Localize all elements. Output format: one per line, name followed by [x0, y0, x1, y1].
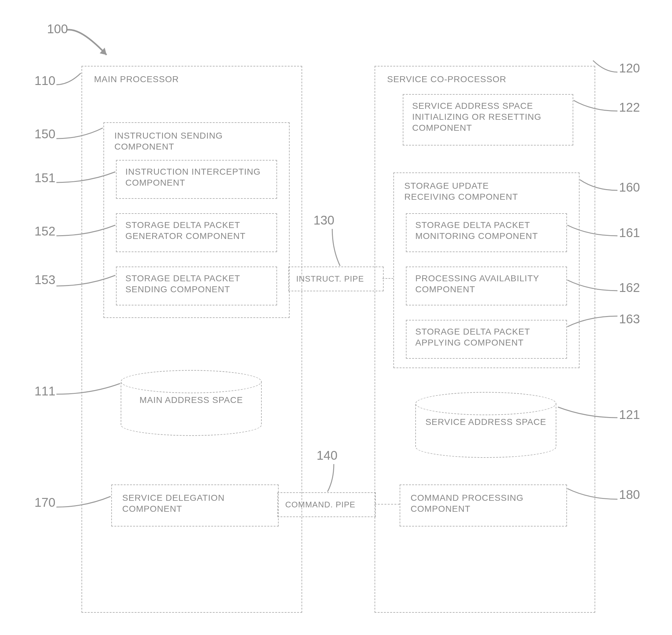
storage-delta-sending-label: STORAGE DELTA PACKET SENDING COMPONENT [126, 273, 266, 295]
service-delegation-label: SERVICE DELEGATION COMPONENT [122, 492, 254, 514]
ref-130: 130 [313, 213, 334, 227]
ref-170: 170 [35, 496, 55, 509]
ref-150: 150 [35, 127, 55, 141]
pipe-connector [382, 278, 394, 279]
ref-153: 153 [35, 273, 55, 287]
storage-update-receiving-title: STORAGE UPDATE RECEIVING COMPONENT [404, 180, 536, 202]
main-address-space-label: MAIN ADDRESS SPACE [121, 394, 262, 406]
ref-180: 180 [619, 488, 640, 502]
leader-line [53, 381, 124, 398]
storage-delta-applying-label: STORAGE DELTA PACKET APPLYING COMPONENT [415, 326, 556, 348]
leader-line [53, 494, 114, 511]
storage-delta-monitoring-label: STORAGE DELTA PACKET MONITORING COMPONEN… [415, 219, 556, 241]
service-co-processor-title: SERVICE CO-PROCESSOR [387, 74, 506, 85]
leader-line [53, 126, 107, 143]
leader-line [53, 70, 85, 89]
leader-line [555, 404, 621, 422]
leader-line [324, 227, 346, 268]
service-init-label: SERVICE ADDRESS SPACE INITIALIZING OR RE… [412, 100, 563, 133]
command-processing-label: COMMAND PROCESSING COMPONENT [410, 492, 542, 514]
ref-110: 110 [35, 74, 55, 88]
diagram-canvas: 100 MAIN PROCESSOR 110 INSTRUCTION SENDI… [0, 0, 672, 635]
ref-122: 122 [619, 100, 640, 114]
main-processor-title: MAIN PROCESSOR [94, 74, 179, 85]
instruction-intercepting-label: INSTRUCTION INTERCEPTING COMPONENT [126, 166, 266, 188]
ref-120: 120 [619, 61, 640, 75]
processing-availability-label: PROCESSING AVAILABILITY COMPONENT [415, 273, 556, 295]
ref-152: 152 [35, 224, 55, 238]
leader-line [53, 273, 119, 290]
ref-161: 161 [619, 226, 640, 240]
instruction-sending-title: INSTRUCTION SENDING COMPONENT [114, 130, 246, 152]
instruct-pipe-label: INSTRUCT. PIPE [296, 274, 364, 284]
leader-line [570, 98, 621, 115]
leader-line [53, 223, 119, 240]
leader-line [589, 58, 621, 77]
command-pipe-label: COMMAND. PIPE [285, 500, 355, 510]
pipe-connector [375, 504, 400, 505]
ref-163: 163 [619, 312, 640, 326]
leader-line [53, 169, 119, 187]
ref-140: 140 [317, 448, 338, 462]
ref-160: 160 [619, 180, 640, 194]
ref-121: 121 [619, 408, 640, 422]
leader-line [564, 313, 621, 331]
storage-delta-generator-label: STORAGE DELTA PACKET GENERATOR COMPONENT [126, 219, 266, 241]
service-address-space-label: SERVICE ADDRESS SPACE [415, 416, 556, 428]
ref-151: 151 [35, 171, 55, 185]
leader-line [564, 278, 621, 295]
service-address-space-cylinder: SERVICE ADDRESS SPACE [415, 392, 556, 458]
leader-line [564, 223, 621, 240]
leader-line [577, 177, 621, 194]
ref-111: 111 [35, 384, 55, 398]
arrow-icon [63, 25, 119, 69]
leader-line [564, 486, 621, 503]
main-address-space-cylinder: MAIN ADDRESS SPACE [121, 370, 262, 436]
ref-162: 162 [619, 281, 640, 295]
leader-line [324, 462, 346, 494]
